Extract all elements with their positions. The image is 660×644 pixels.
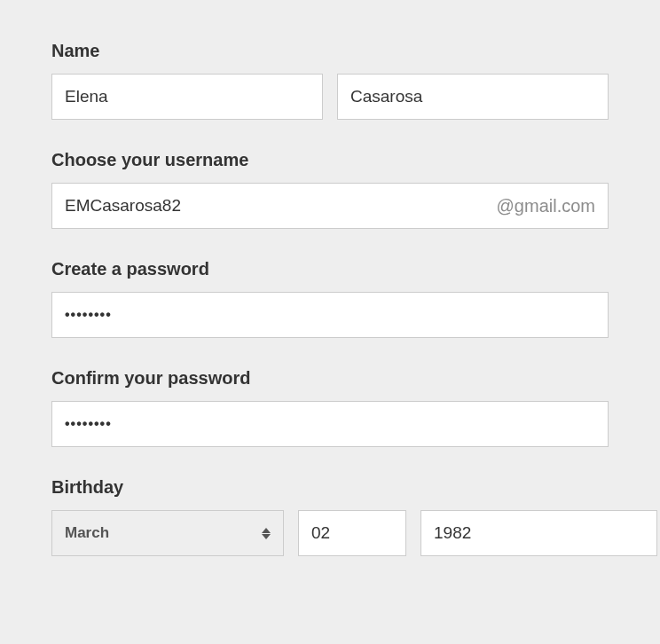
password-label: Create a password xyxy=(51,259,609,279)
username-input[interactable] xyxy=(52,184,497,228)
chevron-up-icon xyxy=(262,528,271,533)
username-field-wrapper: @gmail.com xyxy=(51,183,609,229)
birthday-month-select[interactable]: March xyxy=(51,510,284,556)
password-masked: •••••••• xyxy=(65,307,112,323)
username-label: Choose your username xyxy=(51,150,609,170)
last-name-input[interactable] xyxy=(337,74,609,120)
birthday-label: Birthday xyxy=(51,477,609,498)
username-section: Choose your username @gmail.com xyxy=(51,150,609,229)
name-label: Name xyxy=(51,41,609,61)
confirm-password-masked: •••••••• xyxy=(65,416,112,432)
signup-form-panel: Name Choose your username @gmail.com Cre… xyxy=(0,0,660,644)
name-section: Name xyxy=(51,41,609,120)
name-row xyxy=(51,74,609,120)
first-name-input[interactable] xyxy=(51,74,323,120)
select-spinner-icon xyxy=(262,528,271,539)
chevron-down-icon xyxy=(262,534,271,539)
birthday-row: March xyxy=(51,510,609,556)
birthday-day-input[interactable] xyxy=(298,510,406,556)
birthday-month-value: March xyxy=(65,524,262,542)
birthday-year-input[interactable] xyxy=(420,510,657,556)
birthday-section: Birthday March xyxy=(51,477,609,556)
confirm-password-input[interactable]: •••••••• xyxy=(51,401,609,447)
password-section: Create a password •••••••• xyxy=(51,259,609,338)
password-input[interactable]: •••••••• xyxy=(51,292,609,338)
username-suffix: @gmail.com xyxy=(497,196,595,216)
confirm-password-label: Confirm your password xyxy=(51,368,609,389)
confirm-password-section: Confirm your password •••••••• xyxy=(51,368,609,447)
